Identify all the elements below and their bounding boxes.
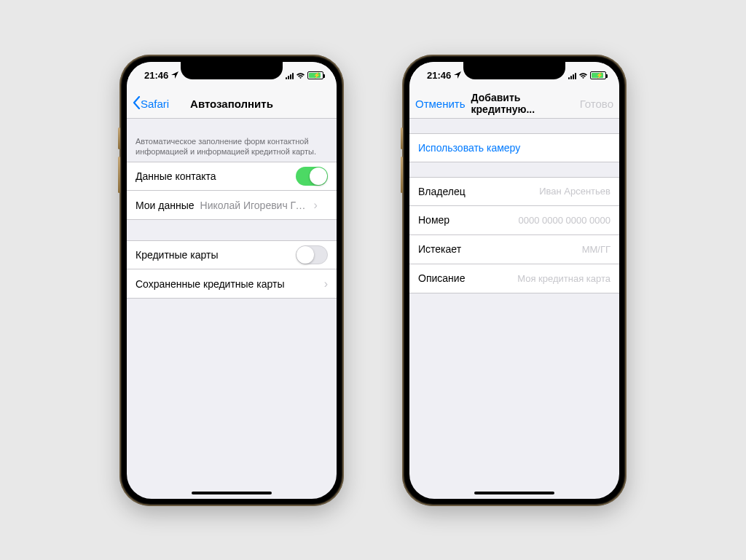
row-label: Сохраненные кредитные карты: [136, 278, 284, 290]
toggle-contact-data[interactable]: [296, 167, 328, 186]
chevron-right-icon: ›: [324, 277, 328, 291]
screen-left: 21:46 ⚡ Safari Автозаполнить Автоматичес…: [127, 62, 337, 499]
wifi-icon: [578, 72, 588, 79]
status-time: 21:46: [144, 70, 168, 81]
cellular-icon: [286, 72, 294, 79]
phone-left: 21:46 ⚡ Safari Автозаполнить Автоматичес…: [119, 55, 344, 506]
content: Использовать камеру Владелец Иван Арсент…: [409, 119, 619, 293]
row-label: Мои данные: [136, 200, 195, 211]
field-placeholder: Моя кредитная карта: [517, 273, 610, 284]
nav-title: Добавить кредитную...: [471, 92, 580, 115]
home-indicator[interactable]: [474, 492, 554, 494]
location-icon: [171, 70, 178, 81]
field-placeholder: 0000 0000 0000 0000: [518, 215, 610, 226]
field-placeholder: ММ/ГГ: [582, 244, 610, 255]
location-icon: [454, 70, 461, 81]
row-expires[interactable]: Истекает ММ/ГГ: [409, 235, 619, 264]
screen-right: 21:46 ⚡ Отменить Добавить кредитную... Г…: [409, 62, 619, 499]
row-desc[interactable]: Описание Моя кредитная карта: [409, 264, 619, 293]
nav-bar: Отменить Добавить кредитную... Готово: [409, 90, 619, 119]
status-time: 21:46: [427, 70, 451, 81]
phone-right: 21:46 ⚡ Отменить Добавить кредитную... Г…: [402, 55, 627, 506]
field-placeholder: Иван Арсентьев: [539, 186, 610, 197]
cellular-icon: [568, 72, 576, 79]
battery-icon: ⚡: [307, 71, 323, 79]
done-button[interactable]: Готово: [580, 98, 613, 110]
field-label: Истекает: [418, 243, 461, 255]
notch: [181, 62, 283, 79]
chevron-left-icon: [133, 96, 141, 111]
notch: [463, 62, 565, 79]
back-button[interactable]: Safari: [133, 96, 169, 111]
nav-title: Автозаполнить: [190, 98, 273, 110]
row-label: Данные контакта: [136, 170, 216, 182]
row-use-camera[interactable]: Использовать камеру: [409, 133, 619, 162]
toggle-credit-cards[interactable]: [296, 245, 328, 264]
row-label: Кредитные карты: [136, 249, 218, 261]
row-value: Николай Игоревич Грица...: [200, 200, 310, 211]
row-owner[interactable]: Владелец Иван Арсентьев: [409, 177, 619, 206]
cancel-button[interactable]: Отменить: [415, 98, 466, 110]
back-label: Safari: [141, 98, 169, 110]
field-label: Описание: [418, 272, 465, 284]
row-saved-cards[interactable]: Сохраненные кредитные карты ›: [127, 269, 337, 299]
section-footer-note: Автоматическое заполнение форм контактно…: [127, 119, 337, 162]
home-indicator[interactable]: [192, 492, 272, 494]
wifi-icon: [296, 72, 305, 79]
battery-icon: ⚡: [590, 71, 606, 79]
row-label: Использовать камеру: [418, 142, 520, 154]
field-label: Владелец: [418, 186, 466, 197]
content: Автоматическое заполнение форм контактно…: [127, 119, 337, 299]
chevron-right-icon: ›: [314, 199, 318, 212]
nav-bar: Safari Автозаполнить: [127, 90, 337, 119]
row-contact-data[interactable]: Данные контакта: [127, 162, 337, 191]
field-label: Номер: [418, 214, 449, 226]
row-credit-cards[interactable]: Кредитные карты: [127, 240, 337, 269]
row-number[interactable]: Номер 0000 0000 0000 0000: [409, 206, 619, 235]
row-my-data[interactable]: Мои данные Николай Игоревич Грица... ›: [127, 191, 337, 220]
